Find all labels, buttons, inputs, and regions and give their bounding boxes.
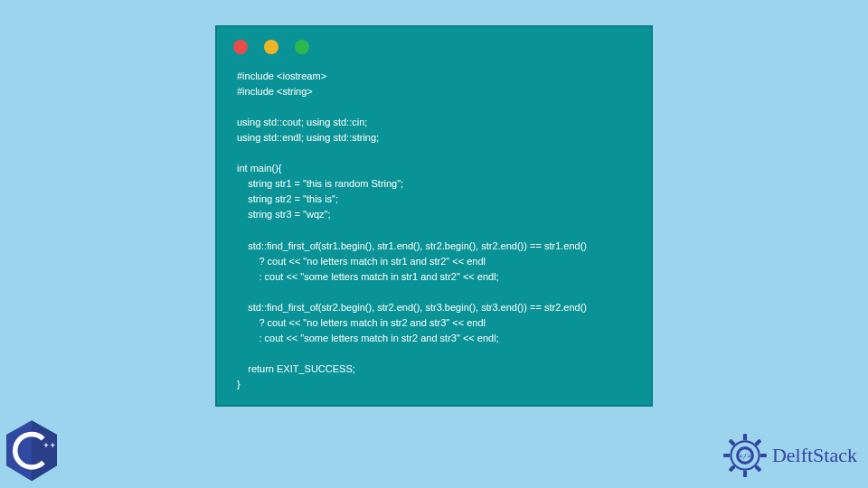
brand-logo: </> DelftStack: [722, 432, 857, 479]
svg-rect-9: [760, 454, 767, 457]
code-body: #include <iostream> #include <string> us…: [217, 63, 651, 408]
gear-icon: </>: [722, 432, 769, 479]
svg-rect-6: [743, 434, 747, 440]
svg-rect-7: [743, 471, 747, 477]
svg-text:+: +: [51, 441, 55, 450]
maximize-dot-icon: [295, 40, 309, 54]
close-dot-icon: [233, 40, 248, 54]
code-window: #include <iostream> #include <string> us…: [215, 25, 653, 407]
cpp-badge-icon: + +: [4, 419, 60, 483]
svg-rect-8: [723, 454, 730, 457]
svg-marker-1: [32, 420, 57, 481]
svg-text:</>: </>: [739, 452, 751, 460]
minimize-dot-icon: [264, 40, 278, 54]
traffic-lights: [217, 27, 651, 63]
brand-name: DelftStack: [772, 444, 857, 467]
svg-text:+: +: [43, 441, 48, 450]
